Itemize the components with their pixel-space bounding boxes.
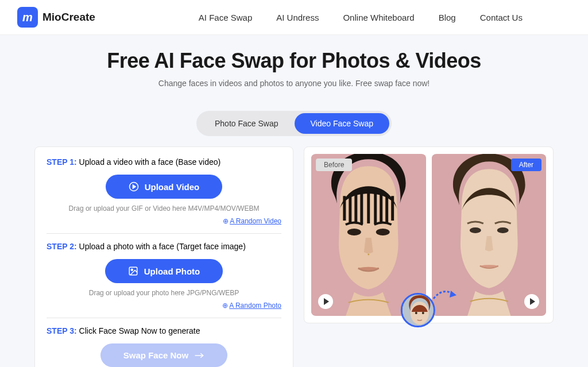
after-badge: After — [511, 159, 541, 171]
mode-container: Photo Face Swap Video Face Swap — [196, 111, 392, 136]
tab-video-face-swap[interactable]: Video Face Swap — [295, 113, 389, 134]
nav-online-whiteboard[interactable]: Online Whiteboard — [343, 13, 414, 22]
random-video-link[interactable]: ⊕A Random Video — [47, 217, 281, 225]
svg-point-3 — [131, 269, 133, 271]
tab-photo-face-swap[interactable]: Photo Face Swap — [199, 113, 295, 134]
main-content: STEP 1: Upload a video with a face (Base… — [0, 146, 588, 367]
arrow-right-icon — [194, 352, 204, 359]
main-nav: AI Face Swap AI Undress Online Whiteboar… — [199, 13, 523, 22]
page-subtitle: Change faces in videos and photos to any… — [0, 79, 588, 88]
preview-panel: Before Afte — [304, 146, 554, 323]
nav-contact-us[interactable]: Contact Us — [480, 13, 523, 22]
step-2-text: Upload a photo with a face (Target face … — [77, 242, 246, 251]
svg-point-10 — [469, 227, 481, 233]
mode-toggle: Photo Face Swap Video Face Swap — [0, 111, 588, 136]
target-face-thumbnail — [400, 293, 435, 327]
play-icon — [530, 298, 535, 305]
play-button-before[interactable] — [318, 294, 333, 309]
step-2-label: STEP 2: Upload a photo with a face (Targ… — [47, 242, 281, 251]
header: m MioCreate AI Face Swap AI Undress Onli… — [0, 0, 588, 35]
swap-face-label: Swap Face Now — [123, 350, 188, 360]
step-1-label: STEP 1: Upload a video with a face (Base… — [47, 157, 281, 167]
random-photo-link[interactable]: ⊕A Random Photo — [47, 302, 281, 310]
play-icon — [324, 298, 329, 305]
step-3-text: Click Face Swap Now to generate — [77, 326, 200, 335]
svg-marker-1 — [133, 185, 136, 188]
logo[interactable]: m MioCreate — [17, 7, 95, 28]
hero-section: Free AI Face Swap for Photos & Videos Ch… — [0, 35, 588, 98]
step-3-label: STEP 3: Click Face Swap Now to generate — [47, 326, 281, 335]
svg-point-14 — [415, 312, 417, 314]
page-title: Free AI Face Swap for Photos & Videos — [0, 49, 588, 73]
plus-icon: ⊕ — [223, 217, 229, 225]
step-1-text: Upload a video with a face (Base video) — [77, 157, 221, 167]
target-face-illustration — [402, 295, 435, 327]
upload-photo-button[interactable]: Upload Photo — [105, 259, 223, 283]
step-2-prefix: STEP 2: — [47, 242, 77, 251]
svg-point-6 — [347, 229, 361, 235]
play-circle-icon — [129, 181, 139, 192]
image-icon — [128, 266, 138, 276]
nav-ai-face-swap[interactable]: AI Face Swap — [199, 13, 252, 22]
step-1: STEP 1: Upload a video with a face (Base… — [47, 157, 281, 234]
nav-blog[interactable]: Blog — [439, 13, 456, 22]
play-button-after[interactable] — [524, 294, 539, 309]
step-1-prefix: STEP 1: — [47, 157, 77, 167]
swap-face-button[interactable]: Swap Face Now — [100, 343, 227, 367]
upload-photo-label: Upload Photo — [144, 266, 200, 276]
upload-video-label: Upload Video — [145, 182, 200, 192]
before-preview: Before — [311, 154, 426, 316]
svg-point-15 — [421, 312, 424, 314]
plus-icon: ⊕ — [222, 302, 228, 310]
step-2: STEP 2: Upload a photo with a face (Targ… — [47, 242, 281, 318]
steps-panel: STEP 1: Upload a video with a face (Base… — [34, 146, 293, 367]
svg-point-8 — [368, 253, 369, 255]
svg-point-7 — [376, 229, 390, 235]
step-2-hint: Drag or upload your photo here JPG/PNG/W… — [47, 289, 281, 297]
logo-icon: m — [17, 7, 38, 28]
brand-name: MioCreate — [42, 11, 95, 24]
nav-ai-undress[interactable]: AI Undress — [276, 13, 319, 22]
before-badge: Before — [316, 159, 352, 171]
svg-marker-16 — [450, 291, 457, 298]
step-1-hint: Drag or upload your GIF or Video here M4… — [47, 204, 281, 213]
swap-arrow-icon — [431, 286, 457, 303]
step-3: STEP 3: Click Face Swap Now to generate … — [47, 326, 281, 367]
step-3-prefix: STEP 3: — [47, 326, 77, 335]
svg-point-11 — [497, 227, 508, 233]
upload-video-button[interactable]: Upload Video — [106, 175, 223, 199]
before-face-illustration — [311, 154, 426, 316]
